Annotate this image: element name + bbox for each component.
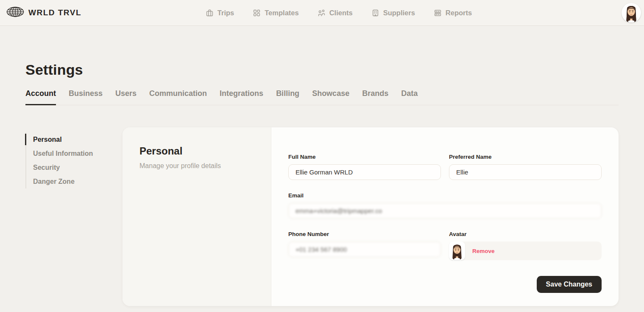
user-avatar[interactable] [622, 3, 641, 22]
phone-input[interactable] [288, 242, 441, 257]
remove-avatar-button[interactable]: Remove [472, 248, 495, 254]
card-title: Personal [139, 145, 254, 157]
preferred-name-field-group: Preferred Name [449, 154, 602, 180]
report-icon [434, 9, 442, 17]
avatar-label: Avatar [449, 231, 602, 237]
tab-billing[interactable]: Billing [276, 89, 299, 105]
page-title: Settings [25, 62, 619, 78]
email-label: Email [288, 192, 602, 199]
tab-showcase[interactable]: Showcase [312, 89, 349, 105]
personal-form: Full Name Preferred Name Email Phone Num… [271, 127, 619, 306]
email-input[interactable] [288, 203, 602, 219]
tab-business[interactable]: Business [69, 89, 103, 105]
card-intro: Personal Manage your profile details [123, 127, 271, 306]
personal-settings-card: Personal Manage your profile details Ful… [123, 127, 619, 306]
nav-item-clients[interactable]: Clients [318, 9, 353, 17]
nav-item-label: Suppliers [383, 9, 415, 17]
tab-brands[interactable]: Brands [362, 89, 388, 105]
avatar-row: Remove [449, 242, 602, 260]
preferred-name-label: Preferred Name [449, 154, 602, 160]
grid-icon [253, 9, 261, 17]
top-navbar: WRLD TRVL Trips [0, 0, 644, 26]
sidebar-item-useful-information[interactable]: Useful Information [26, 146, 123, 160]
save-changes-button[interactable]: Save Changes [537, 276, 602, 293]
globe-icon [6, 6, 24, 19]
settings-page: Settings Account Business Users Communic… [0, 62, 644, 306]
brand-logo[interactable]: WRLD TRVL [6, 6, 81, 19]
nav-item-suppliers[interactable]: Suppliers [371, 9, 415, 17]
tab-account[interactable]: Account [25, 89, 56, 105]
preferred-name-input[interactable] [449, 164, 602, 180]
sidebar-item-danger-zone[interactable]: Danger Zone [26, 174, 123, 188]
account-sidebar: Personal Useful Information Security Dan… [25, 127, 123, 188]
tab-users[interactable]: Users [115, 89, 137, 105]
email-field-group: Email [288, 192, 602, 219]
nav-item-label: Clients [329, 9, 353, 17]
tab-communication[interactable]: Communication [149, 89, 207, 105]
memoji-avatar-image [450, 242, 464, 260]
people-icon [318, 9, 326, 17]
card-subtitle: Manage your profile details [139, 162, 254, 170]
sidebar-item-security[interactable]: Security [26, 160, 123, 174]
full-name-input[interactable] [288, 164, 441, 180]
tab-data[interactable]: Data [401, 89, 418, 105]
main-nav: Trips Templates [81, 9, 596, 17]
nav-item-trips[interactable]: Trips [206, 9, 234, 17]
nav-item-label: Trips [217, 9, 234, 17]
nav-item-reports[interactable]: Reports [434, 9, 472, 17]
briefcase-icon [206, 9, 214, 17]
phone-label: Phone Number [288, 231, 441, 237]
phone-field-group: Phone Number [288, 231, 441, 260]
full-name-label: Full Name [288, 154, 441, 160]
memoji-avatar-image [623, 4, 639, 22]
nav-item-templates[interactable]: Templates [253, 9, 298, 17]
avatar-thumbnail [449, 242, 465, 260]
tab-integrations[interactable]: Integrations [220, 89, 263, 105]
building-icon [371, 9, 379, 17]
nav-item-label: Reports [446, 9, 472, 17]
settings-tabs: Account Business Users Communication Int… [25, 89, 619, 105]
avatar-field-group: Avatar [449, 231, 602, 260]
brand-name: WRLD TRVL [28, 8, 81, 17]
sidebar-item-personal[interactable]: Personal [26, 132, 123, 146]
nav-item-label: Templates [265, 9, 298, 17]
full-name-field-group: Full Name [288, 154, 441, 180]
